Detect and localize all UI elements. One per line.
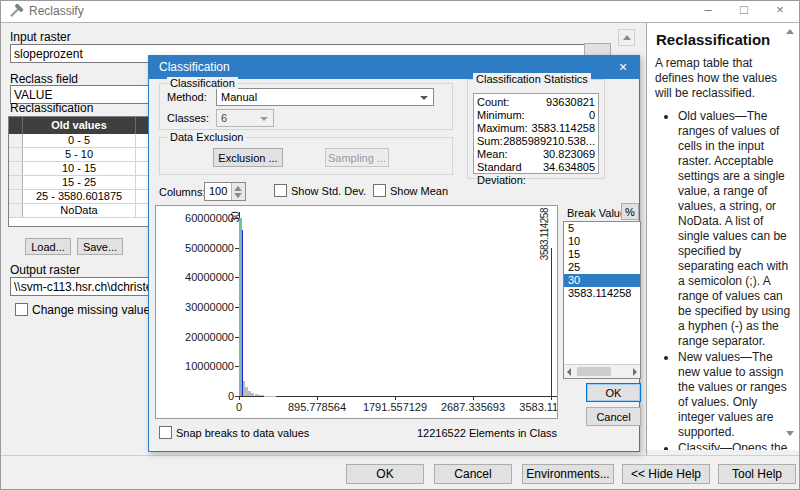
show-std-dev-label: Show Std. Dev. bbox=[291, 185, 366, 197]
break-value-item[interactable]: 10 bbox=[564, 235, 640, 248]
statistic-row: Mean:30.823069 bbox=[477, 148, 595, 161]
method-label: Method: bbox=[167, 91, 207, 103]
statistic-row: Minimum:0 bbox=[477, 109, 595, 122]
statistics-panel: Count:93630821Minimum:0Maximum:3583.1142… bbox=[473, 93, 599, 174]
help-bullet: Old values—The ranges of values of cells… bbox=[678, 109, 793, 349]
old-value-cell[interactable]: NoData bbox=[23, 204, 136, 217]
help-bullet: Classify—Opens the dialog box allowing t… bbox=[678, 441, 793, 450]
snap-breaks-label: Snap breaks to data values bbox=[176, 427, 309, 439]
scroll-right-icon[interactable] bbox=[633, 368, 637, 376]
percent-button[interactable]: % bbox=[621, 203, 639, 220]
break-value-item[interactable]: 30 bbox=[564, 274, 640, 287]
help-scroll-down-icon[interactable] bbox=[786, 431, 794, 436]
row-selector-cell[interactable] bbox=[9, 190, 23, 203]
break-value-item[interactable]: 25 bbox=[564, 261, 640, 274]
y-tick-label: 20000000 bbox=[156, 331, 234, 343]
columns-spinner[interactable]: 100 bbox=[204, 182, 246, 201]
spinner-up-icon[interactable] bbox=[234, 186, 242, 191]
row-selector-cell[interactable] bbox=[9, 204, 23, 217]
y-tick-label: 40000000 bbox=[156, 271, 234, 283]
old-value-cell[interactable]: 15 - 25 bbox=[23, 176, 136, 189]
x-tick-label: 1791.557129 bbox=[353, 401, 437, 413]
x-tick bbox=[317, 396, 318, 400]
method-dropdown[interactable]: Manual bbox=[216, 88, 434, 106]
x-tick bbox=[395, 396, 396, 400]
minimize-icon[interactable]: – bbox=[690, 0, 726, 22]
classification-dialog: Classification × Classification Method: … bbox=[148, 55, 640, 452]
statistic-row: Count:93630821 bbox=[477, 96, 595, 109]
old-value-cell[interactable]: 25 - 3580.601875 bbox=[23, 190, 136, 203]
exclusion-button[interactable]: Exclusion ... bbox=[213, 148, 283, 167]
statistic-row: Standard Deviation:34.634805 bbox=[477, 161, 595, 174]
classes-value: 6 bbox=[221, 112, 227, 124]
break-value-item[interactable]: 15 bbox=[564, 248, 640, 261]
help-scroll-up-icon[interactable] bbox=[786, 29, 794, 34]
window-titlebar[interactable]: Reclassify – □ × bbox=[0, 0, 800, 23]
classes-dropdown: 6 bbox=[216, 109, 274, 127]
break-values-list[interactable]: 5101525303583.114258 bbox=[563, 221, 641, 379]
x-tick-label: 895.778564 bbox=[275, 401, 359, 413]
break-value-item[interactable]: 3583.114258 bbox=[564, 287, 640, 300]
chevron-down-icon bbox=[260, 117, 268, 121]
reclass-field-label: Reclass field bbox=[10, 72, 78, 86]
y-tick-label: 30000000 bbox=[156, 301, 234, 313]
reclassification-label: Reclassification bbox=[10, 101, 93, 115]
scroll-up-icon[interactable] bbox=[618, 29, 635, 46]
break-values-hscrollbar[interactable] bbox=[564, 364, 640, 378]
row-selector-cell[interactable] bbox=[9, 162, 23, 175]
break-line[interactable] bbox=[551, 248, 552, 396]
y-tick-label: 50000000 bbox=[156, 242, 234, 254]
missing-values-checkbox[interactable] bbox=[15, 303, 28, 316]
save-button[interactable]: Save... bbox=[77, 238, 123, 255]
row-selector-cell[interactable] bbox=[9, 148, 23, 161]
help-heading: Reclassification bbox=[656, 31, 770, 48]
x-tick-label: 0 bbox=[197, 401, 281, 413]
statistics-group-label: Classification Statistics bbox=[473, 73, 591, 85]
break-line-label: 30 bbox=[230, 212, 241, 222]
hscroll-thumb[interactable] bbox=[577, 367, 611, 376]
data-exclusion-label: Data Exclusion bbox=[167, 131, 246, 143]
show-mean-checkbox[interactable] bbox=[373, 184, 386, 197]
table-select-all-cell[interactable] bbox=[9, 117, 23, 134]
tool-help-button[interactable]: Tool Help bbox=[718, 464, 796, 484]
show-mean-label: Show Mean bbox=[390, 185, 448, 197]
environments-button[interactable]: Environments... bbox=[522, 464, 614, 484]
spinner-down-icon[interactable] bbox=[234, 193, 242, 198]
y-tick-label: 60000000 bbox=[156, 212, 234, 224]
break-line[interactable] bbox=[242, 230, 243, 396]
show-std-dev-checkbox[interactable] bbox=[274, 184, 287, 197]
method-value: Manual bbox=[221, 91, 257, 103]
load-button[interactable]: Load... bbox=[25, 238, 71, 255]
snap-breaks-checkbox[interactable] bbox=[159, 426, 172, 439]
old-value-cell[interactable]: 5 - 10 bbox=[23, 148, 136, 161]
scroll-left-icon[interactable] bbox=[567, 368, 571, 376]
old-value-cell[interactable]: 0 - 5 bbox=[23, 134, 136, 147]
break-value-item[interactable]: 5 bbox=[564, 222, 640, 235]
help-bullet-list: Old values—The ranges of values of cells… bbox=[661, 109, 793, 450]
hide-help-button[interactable]: << Hide Help bbox=[622, 464, 710, 484]
row-selector-cell[interactable] bbox=[9, 176, 23, 189]
hammer-tool-icon bbox=[7, 3, 24, 23]
cancel-button[interactable]: Cancel bbox=[434, 464, 512, 484]
close-icon[interactable]: × bbox=[762, 0, 798, 22]
break-values-items: 5101525303583.114258 bbox=[564, 222, 640, 300]
statistic-label: Maximum: bbox=[477, 122, 528, 135]
classification-group-label: Classification bbox=[167, 77, 238, 89]
statistic-row: Maximum:3583.114258 bbox=[477, 122, 595, 135]
x-tick bbox=[239, 396, 240, 400]
maximize-icon[interactable]: □ bbox=[726, 0, 762, 22]
row-selector-cell[interactable] bbox=[9, 134, 23, 147]
classification-ok-button[interactable]: OK bbox=[586, 383, 641, 402]
old-value-cell[interactable]: 10 - 15 bbox=[23, 162, 136, 175]
columns-label: Columns: bbox=[159, 186, 205, 198]
reclassify-window: { "window": { "title": "Reclassify", "co… bbox=[0, 0, 800, 490]
classification-dialog-title: Classification bbox=[159, 60, 230, 74]
bottom-bar: OK Cancel Environments... << Hide Help T… bbox=[0, 455, 800, 490]
spinner-buttons[interactable] bbox=[231, 183, 245, 200]
statistic-value: 2885989210.538... bbox=[503, 135, 595, 148]
dialog-close-icon[interactable]: × bbox=[613, 58, 633, 76]
elements-in-class-text: 12216522 Elements in Class bbox=[399, 427, 557, 439]
ok-button[interactable]: OK bbox=[346, 464, 424, 484]
y-tick-label: 10000000 bbox=[156, 360, 234, 372]
classification-cancel-button[interactable]: Cancel bbox=[586, 407, 641, 426]
